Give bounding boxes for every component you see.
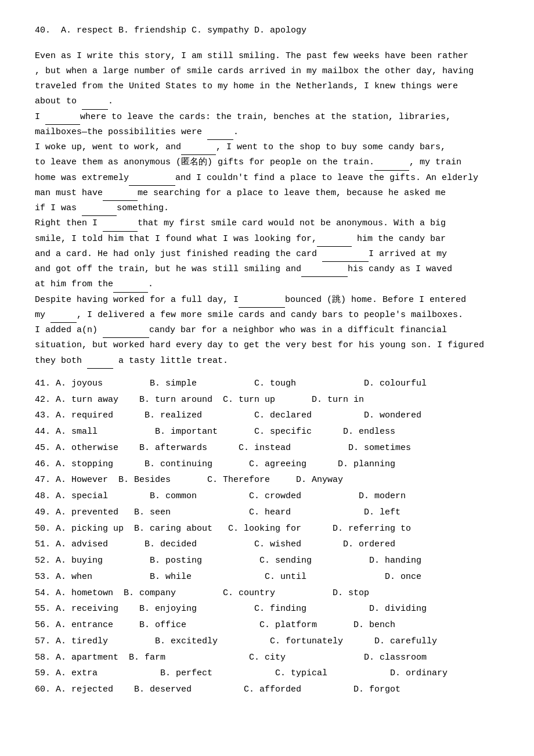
choice-row-55: 55. A. receiving B. enjoying C. finding … [35, 601, 499, 617]
passage-line-6: mailboxes—the possibilities were . [35, 127, 239, 137]
passage-line-4: about to . [35, 96, 113, 106]
choice-row-59: 59. A. extra B. perfect C. typical D. or… [35, 665, 499, 682]
q40-options: A. respect B. friendship C. sympathy D. … [61, 26, 306, 35]
passage-line-21: they both a tasty little treat. [35, 356, 228, 366]
passage-line-17: Despite having worked for a full day, Ib… [35, 295, 466, 305]
choice-row-54: 54. A. hometown B. company C. country D.… [35, 585, 499, 602]
choice-row-53: 53. A. when B. while C. until D. once [35, 569, 499, 585]
passage-line-19: I added a(n) candy bar for a neighbor wh… [35, 325, 447, 335]
choice-row-47: 47. A. However B. Besides C. Therefore D… [35, 472, 499, 488]
choice-row-41: 41. A. joyous B. simple C. tough D. colo… [35, 376, 499, 392]
choice-row-57: 57. A. tiredly B. excitedly C. fortunate… [35, 633, 499, 650]
choice-row-48: 48. A. special B. common C. crowded D. m… [35, 488, 499, 505]
choice-row-46: 46. A. stopping B. continuing C. agreein… [35, 456, 499, 473]
choice-row-42: 42. A. turn away B. turn around C. turn … [35, 392, 499, 408]
passage-line-9: home was extremelyand I couldn't find a … [35, 173, 478, 183]
choice-row-49: 49. A. prevented B. seen C. heard D. lef… [35, 505, 499, 521]
passage-line-18: my , I delivered a few more smile cards … [35, 310, 463, 320]
passage-line-13: smile, I told him that I found what I wa… [35, 234, 446, 244]
choices-list: 41. A. joyous B. simple C. tough D. colo… [35, 376, 499, 698]
passage-line-5: I where to leave the cards: the train, b… [35, 112, 451, 122]
passage-line-14: and a card. He had only just finished re… [35, 249, 447, 259]
passage-line-7: I woke up, went to work, and, I went to … [35, 142, 446, 152]
choice-row-43: 43. A. required B. realized C. declared … [35, 408, 499, 424]
choice-row-51: 51. A. advised B. decided C. wished D. o… [35, 537, 499, 553]
passage-line-16: at him from the. [35, 279, 153, 289]
question-40: 40. A. respect B. friendship C. sympathy… [35, 23, 499, 38]
passage-line-2: , but when a large number of smile cards… [35, 66, 474, 76]
choice-row-56: 56. A. entrance B. office C. platform D.… [35, 617, 499, 633]
passage-line-20: situation, but worked hard every day to … [35, 340, 484, 350]
passage-line-1: Even as I write this story, I am still s… [35, 51, 468, 61]
choice-row-52: 52. A. buying B. posting C. sending D. h… [35, 553, 499, 569]
choice-row-58: 58. A. apartment B. farm C. city D. clas… [35, 650, 499, 666]
choice-row-44: 44. A. small B. important C. specific D.… [35, 424, 499, 440]
passage-line-15: and got off the train, but he was still … [35, 264, 452, 274]
passage-line-11: if I was something. [35, 203, 169, 213]
passage-line-10: man must haveme searching for a place to… [35, 188, 446, 198]
passage-block: Even as I write this story, I am still s… [35, 49, 499, 369]
q40-label: 40. [35, 26, 50, 35]
passage-line-8: to leave them as anonymous (匿名的) gifts f… [35, 157, 461, 167]
passage-line-12: Right then I that my first smile card wo… [35, 218, 446, 228]
choice-row-60: 60. A. rejected B. deserved C. afforded … [35, 682, 499, 698]
choice-row-45: 45. A. otherwise B. afterwards C. instea… [35, 440, 499, 456]
choice-row-50: 50. A. picking up B. caring about C. loo… [35, 521, 499, 537]
passage-line-3: traveled from the United States to my ho… [35, 81, 458, 91]
